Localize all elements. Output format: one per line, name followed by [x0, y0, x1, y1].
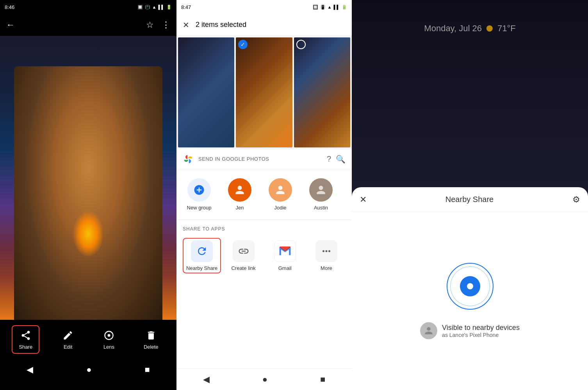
- back-button[interactable]: ←: [6, 20, 15, 30]
- nearby-share-header: ✕ Nearby Share ⚙: [352, 187, 588, 212]
- photo-thumbnail-2[interactable]: ✓: [236, 37, 292, 147]
- jen-avatar: [228, 178, 251, 202]
- google-photos-icon: [183, 154, 194, 165]
- nearby-share-title: Nearby Share: [367, 195, 572, 204]
- selection-bar: ✕ 2 items selected: [176, 14, 352, 36]
- nearby-share-icon: [191, 240, 213, 262]
- jodie-avatar: [269, 178, 292, 202]
- gmail-icon: [274, 240, 296, 262]
- austin-label: Austin: [314, 205, 328, 211]
- notification-icon2: 🔲: [313, 5, 318, 10]
- sun-icon: [486, 25, 493, 32]
- photo-selected-check: ✓: [238, 40, 248, 49]
- wifi-icon: ▲: [152, 5, 157, 9]
- favorite-button[interactable]: ☆: [146, 20, 154, 30]
- vibrate-icon: 📳: [145, 5, 150, 10]
- user-avatar: [420, 322, 437, 339]
- photo-bottom-bar: Share Edit Lens: [0, 320, 176, 390]
- visible-main-text: Visible to nearby devices: [442, 324, 520, 332]
- photo-thumbnail-1[interactable]: [178, 37, 234, 147]
- overflow-menu-button[interactable]: ⋮: [162, 20, 170, 30]
- photo-subject: [14, 66, 162, 320]
- nearby-close-button[interactable]: ✕: [360, 195, 367, 205]
- nearby-share-app[interactable]: Nearby Share: [183, 238, 221, 273]
- nearby-share-label: Nearby Share: [186, 265, 217, 271]
- close-selection-button[interactable]: ✕: [183, 20, 189, 30]
- nav-bar-panel2: ◀ ● ■: [176, 368, 352, 390]
- photo-display: [0, 36, 176, 320]
- delete-label: Delete: [144, 344, 159, 350]
- home-nav-button[interactable]: ●: [86, 365, 91, 375]
- edit-button[interactable]: Edit: [55, 326, 80, 353]
- delete-button[interactable]: Delete: [137, 326, 165, 353]
- google-photos-label: SEND IN GOOGLE PHOTOS: [198, 156, 322, 162]
- edit-label: Edit: [64, 344, 72, 350]
- contact-jodie[interactable]: Jodie: [261, 178, 300, 211]
- back-nav-button2[interactable]: ◀: [203, 374, 210, 385]
- share-button[interactable]: Share: [12, 325, 39, 354]
- selected-photos-row: ✓: [176, 36, 352, 149]
- gmail-label: Gmail: [278, 265, 292, 271]
- photo-select-circle: [296, 40, 306, 49]
- vibrate-icon2: 📳: [320, 5, 326, 10]
- share-apps-section: SHARE TO APPS Nearby Share Create link: [176, 220, 352, 368]
- candle-glow: [73, 211, 104, 257]
- nearby-settings-button[interactable]: ⚙: [572, 195, 580, 205]
- recents-nav-button[interactable]: ■: [145, 365, 150, 375]
- dark-background: Monday, Jul 26 71°F: [352, 0, 588, 187]
- austin-avatar: [309, 178, 333, 202]
- more-icon: [315, 240, 337, 262]
- gmail-app[interactable]: Gmail: [266, 240, 304, 271]
- photo-actions-row: Share Edit Lens: [0, 320, 176, 359]
- search-icon[interactable]: 🔍: [336, 154, 346, 164]
- home-nav-button2[interactable]: ●: [262, 374, 267, 385]
- more-app[interactable]: More: [307, 240, 346, 271]
- weather-date: Monday, Jul 26: [424, 23, 482, 34]
- contact-jen[interactable]: Jen: [220, 178, 259, 211]
- selection-count-title: 2 items selected: [196, 21, 246, 29]
- apps-row: Nearby Share Create link: [183, 238, 346, 273]
- status-bar-panel1: 8:46 🔲 📳 ▲ ▌▌ 🔋: [0, 0, 176, 14]
- lens-label: Lens: [103, 344, 114, 350]
- photo-thumbnail-3[interactable]: [294, 37, 350, 147]
- create-link-app[interactable]: Create link: [224, 240, 262, 271]
- share-sheet-panel: 8:47 🔲 📳 ▲ ▌▌ 🔋 ✕ 2 items selected ✓ SEN…: [176, 0, 352, 390]
- svg-point-4: [328, 250, 330, 252]
- signal-icon: ▌▌: [158, 5, 164, 9]
- contact-austin[interactable]: Austin: [301, 178, 340, 211]
- visible-to-nearby-label: Visible to nearby devices as Lance's Pix…: [420, 322, 520, 339]
- signal-icon2: ▌▌: [333, 5, 340, 9]
- create-link-label: Create link: [231, 265, 255, 271]
- new-group-avatar: [187, 178, 211, 202]
- svg-point-1: [108, 334, 110, 337]
- google-photos-send-row: SEND IN GOOGLE PHOTOS ? 🔍: [176, 149, 352, 169]
- svg-point-3: [325, 250, 327, 252]
- status-time-panel1: 8:46: [5, 4, 14, 10]
- lens-button[interactable]: Lens: [96, 326, 121, 353]
- status-time-panel2: 8:47: [181, 4, 191, 10]
- photo-viewer-panel: 8:46 🔲 📳 ▲ ▌▌ 🔋 ← ☆ ⋮ Share: [0, 0, 176, 390]
- recents-nav-button2[interactable]: ■: [320, 374, 325, 385]
- radar-dot: [467, 283, 473, 289]
- contact-new-group[interactable]: New group: [180, 178, 219, 211]
- wifi-icon2: ▲: [328, 5, 332, 9]
- status-bar-panel2: 8:47 🔲 📳 ▲ ▌▌ 🔋: [176, 0, 352, 14]
- nearby-share-sheet: ✕ Nearby Share ⚙ Visible to nearby devic…: [352, 187, 588, 390]
- lens-icon: [103, 329, 115, 342]
- new-group-label: New group: [187, 205, 212, 211]
- battery-icon2: 🔋: [342, 5, 347, 10]
- share-icon: [20, 329, 32, 342]
- jodie-label: Jodie: [274, 205, 286, 211]
- status-icons-panel1: 🔲 📳 ▲ ▌▌ 🔋: [137, 5, 172, 10]
- back-nav-button[interactable]: ◀: [27, 365, 33, 375]
- help-icon[interactable]: ?: [327, 154, 331, 163]
- create-link-icon: [233, 240, 255, 262]
- contacts-row: New group Jen Jodie Aus: [176, 169, 352, 220]
- nearby-share-content: Visible to nearby devices as Lance's Pix…: [352, 212, 588, 390]
- weather-widget: Monday, Jul 26 71°F: [424, 23, 515, 34]
- visible-text-block: Visible to nearby devices as Lance's Pix…: [442, 324, 520, 338]
- share-to-apps-label: SHARE TO APPS: [183, 226, 346, 232]
- share-label: Share: [19, 344, 32, 350]
- notification-icon: 🔲: [137, 5, 143, 10]
- more-label: More: [321, 265, 332, 271]
